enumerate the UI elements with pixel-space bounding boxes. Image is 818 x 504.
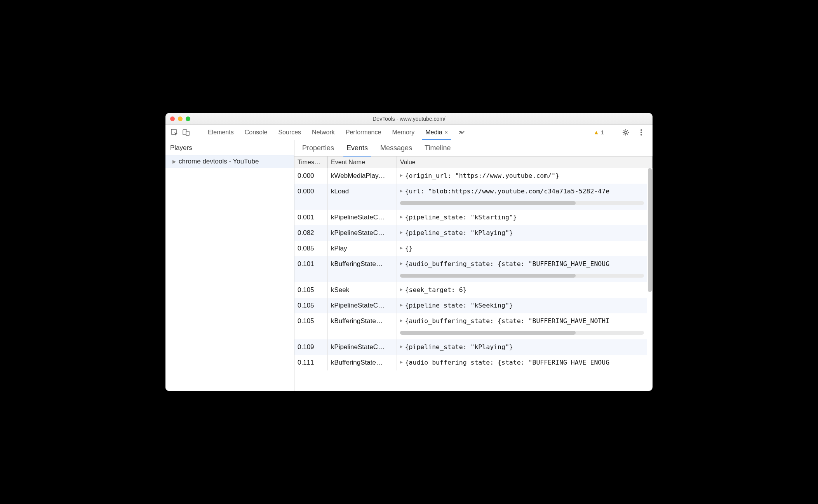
- more-options-icon[interactable]: [635, 127, 647, 138]
- expand-value-icon[interactable]: ▶: [400, 214, 403, 219]
- subtab-timeline[interactable]: Timeline: [418, 140, 457, 156]
- devtools-toolbar: ElementsConsoleSourcesNetworkPerformance…: [165, 125, 653, 140]
- expand-value-icon[interactable]: ▶: [400, 261, 403, 266]
- more-tabs-icon[interactable]: »: [455, 127, 466, 138]
- cell-timestamp: 0.000: [294, 184, 328, 210]
- panel-tab-elements[interactable]: Elements: [202, 125, 239, 140]
- cell-value: ▶{seek_target: 6}: [397, 282, 647, 298]
- table-row[interactable]: 0.105kSeek▶{seek_target: 6}: [294, 282, 647, 298]
- player-label: chrome devtools - YouTube: [179, 158, 259, 165]
- cell-timestamp: 0.105: [294, 313, 328, 339]
- expand-value-icon[interactable]: ▶: [400, 245, 403, 250]
- column-value[interactable]: Value: [397, 156, 653, 168]
- table-row[interactable]: 0.109kPipelineStateC…▶{pipeline_state: "…: [294, 339, 647, 355]
- subtab-label: Timeline: [425, 144, 451, 152]
- player-item[interactable]: ▶chrome devtools - YouTube: [165, 155, 294, 168]
- expand-value-icon[interactable]: ▶: [400, 360, 403, 365]
- warnings-badge[interactable]: ▲ 1: [593, 129, 604, 136]
- main-panel: PropertiesEventsMessagesTimeline Times… …: [294, 140, 653, 391]
- expand-value-icon[interactable]: ▶: [400, 173, 403, 178]
- cell-event-name: kBufferingState…: [328, 313, 397, 339]
- expand-value-icon[interactable]: ▶: [400, 344, 403, 349]
- panel-tab-network[interactable]: Network: [306, 125, 340, 140]
- svg-point-3: [625, 131, 627, 134]
- toolbar-separator: [196, 128, 196, 137]
- titlebar: DevTools - www.youtube.com/: [165, 113, 653, 125]
- panel-tab-sources[interactable]: Sources: [273, 125, 306, 140]
- window-title: DevTools - www.youtube.com/: [165, 116, 653, 122]
- cell-value: ▶{audio_buffering_state: {state: "BUFFER…: [397, 313, 647, 339]
- table-row[interactable]: 0.000kWebMediaPlay…▶{origin_url: "https:…: [294, 168, 647, 184]
- tab-label: Network: [312, 129, 335, 136]
- cell-timestamp: 0.111: [294, 355, 328, 370]
- subtab-properties[interactable]: Properties: [296, 140, 340, 156]
- close-window-button[interactable]: [170, 116, 175, 121]
- cell-event-name: kBufferingState…: [328, 355, 397, 370]
- value-text: {audio_buffering_state: {state: "BUFFERI…: [405, 359, 610, 366]
- svg-rect-2: [186, 131, 189, 136]
- tab-label: Media: [425, 129, 442, 136]
- value-text: {origin_url: "https://www.youtube.com/"}: [405, 172, 559, 179]
- value-text: {}: [405, 245, 413, 252]
- table-row[interactable]: 0.001kPipelineStateC…▶{pipeline_state: "…: [294, 210, 647, 225]
- column-event[interactable]: Event Name: [328, 156, 397, 168]
- horizontal-scrollbar[interactable]: [400, 201, 644, 205]
- settings-icon[interactable]: [620, 127, 632, 138]
- expand-value-icon[interactable]: ▶: [400, 302, 403, 308]
- toolbar-separator: [612, 128, 612, 137]
- close-tab-icon[interactable]: ×: [445, 129, 448, 136]
- sidebar-header: Players: [165, 140, 294, 155]
- zoom-window-button[interactable]: [186, 116, 190, 121]
- horizontal-scrollbar[interactable]: [400, 274, 644, 278]
- cell-timestamp: 0.001: [294, 210, 328, 225]
- devtools-window: DevTools - www.youtube.com/ ElementsCons…: [165, 113, 653, 391]
- cell-event-name: kLoad: [328, 184, 397, 210]
- vertical-scrollbar[interactable]: [648, 168, 652, 389]
- subtab-label: Messages: [380, 144, 412, 152]
- tab-label: Console: [245, 129, 268, 136]
- table-row[interactable]: 0.085kPlay▶{}: [294, 241, 647, 256]
- warning-count: 1: [601, 129, 604, 136]
- inspect-element-icon[interactable]: [169, 127, 180, 138]
- table-row[interactable]: 0.105kPipelineStateC…▶{pipeline_state: "…: [294, 298, 647, 313]
- warning-icon: ▲: [593, 129, 599, 136]
- cell-value: ▶{}: [397, 241, 647, 256]
- table-row[interactable]: 0.105kBufferingState…▶{audio_buffering_s…: [294, 313, 647, 339]
- table-row[interactable]: 0.101kBufferingState…▶{audio_buffering_s…: [294, 256, 647, 282]
- table-row[interactable]: 0.082kPipelineStateC…▶{pipeline_state: "…: [294, 225, 647, 241]
- minimize-window-button[interactable]: [178, 116, 183, 121]
- panel-tab-performance[interactable]: Performance: [340, 125, 387, 140]
- expand-value-icon[interactable]: ▶: [400, 188, 403, 193]
- expand-value-icon[interactable]: ▶: [400, 318, 403, 323]
- tab-label: Elements: [208, 129, 234, 136]
- subtab-messages[interactable]: Messages: [374, 140, 418, 156]
- tab-label: Memory: [392, 129, 414, 136]
- value-text: {url: "blob:https://www.youtube.com/c34a…: [405, 188, 610, 195]
- device-mode-icon[interactable]: [180, 127, 192, 138]
- subtab-events[interactable]: Events: [340, 140, 374, 156]
- cell-timestamp: 0.082: [294, 225, 328, 241]
- value-text: {pipeline_state: "kSeeking"}: [405, 302, 513, 309]
- panel-tab-memory[interactable]: Memory: [386, 125, 420, 140]
- panel-tab-media[interactable]: Media×: [420, 125, 453, 140]
- media-subtabs: PropertiesEventsMessagesTimeline: [294, 140, 653, 156]
- cell-event-name: kPlay: [328, 241, 397, 256]
- svg-point-6: [640, 134, 642, 136]
- column-timestamp[interactable]: Times…: [294, 156, 328, 168]
- panel-tab-console[interactable]: Console: [239, 125, 273, 140]
- cell-value: ▶{pipeline_state: "kStarting"}: [397, 210, 647, 225]
- expand-value-icon[interactable]: ▶: [400, 287, 403, 292]
- cell-timestamp: 0.101: [294, 256, 328, 282]
- svg-point-5: [640, 132, 642, 133]
- cell-value: ▶{origin_url: "https://www.youtube.com/"…: [397, 168, 647, 184]
- cell-value: ▶{url: "blob:https://www.youtube.com/c34…: [397, 184, 647, 210]
- value-text: {seek_target: 6}: [405, 286, 467, 294]
- table-row[interactable]: 0.000kLoad▶{url: "blob:https://www.youtu…: [294, 184, 647, 210]
- expand-value-icon[interactable]: ▶: [400, 230, 403, 235]
- panel-tabs: ElementsConsoleSourcesNetworkPerformance…: [202, 125, 453, 140]
- events-table: Times… Event Name Value 0.000kWebMediaPl…: [294, 156, 653, 391]
- horizontal-scrollbar[interactable]: [400, 331, 644, 335]
- cell-timestamp: 0.105: [294, 282, 328, 298]
- table-row[interactable]: 0.111kBufferingState…▶{audio_buffering_s…: [294, 355, 647, 370]
- value-text: {audio_buffering_state: {state: "BUFFERI…: [405, 260, 610, 268]
